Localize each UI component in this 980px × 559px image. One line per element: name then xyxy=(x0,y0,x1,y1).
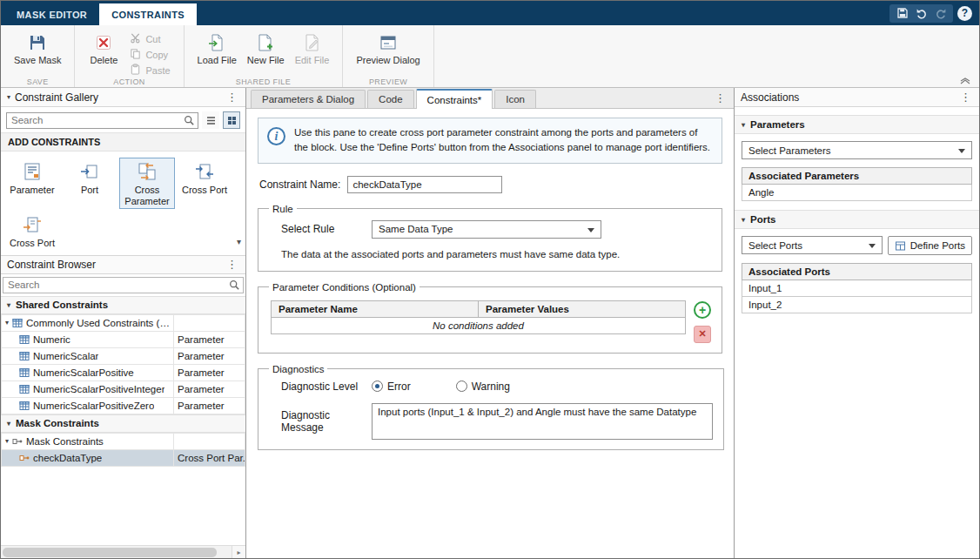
kebab-menu-icon[interactable]: ⋮ xyxy=(711,91,729,104)
table-row[interactable]: Input_2 xyxy=(742,297,972,313)
constraint-gallery-title: Constraint Gallery xyxy=(15,91,98,104)
browser-searchbox xyxy=(3,277,244,293)
associations-title: Associations xyxy=(741,91,799,104)
tab-code[interactable]: Code xyxy=(367,90,414,108)
delete-condition-button[interactable]: ✕ xyxy=(694,326,711,343)
paste-button[interactable]: Paste xyxy=(127,64,172,77)
tab-mask-editor[interactable]: MASK EDITOR xyxy=(4,3,99,25)
constraint-icon xyxy=(19,384,30,394)
tab-constraints[interactable]: CONSTRAINTS xyxy=(99,3,197,25)
chevron-down-icon xyxy=(958,149,965,153)
diagnostic-message-row: Diagnostic Message Input ports (Input_1 … xyxy=(269,403,713,440)
gallery-item-cross-port-parameter[interactable]: Cross Port xyxy=(4,211,60,252)
quick-access-toolbar: ? xyxy=(883,1,979,25)
gallery-item-label: Cross Port xyxy=(10,238,55,249)
radio-dot-icon xyxy=(372,381,383,392)
help-icon[interactable]: ? xyxy=(957,6,972,21)
ribbon-group-preview: Preview Dialog PREVIEW xyxy=(343,25,433,87)
tree-row[interactable]: NumericScalarPositiveInteger Parameter xyxy=(2,381,245,397)
tree-row-selected[interactable]: checkDataType Cross Port Par... xyxy=(2,449,245,466)
diagnostic-message-input[interactable]: Input ports (Input_1 & Input_2) and Angl… xyxy=(372,403,713,440)
tree-row[interactable]: NumericScalarPositiveZero Parameter xyxy=(2,397,245,414)
gallery-item-label: Port xyxy=(81,185,98,196)
mask-constraints-label: Mask Constraints xyxy=(16,418,99,428)
delete-button[interactable]: Delete xyxy=(83,29,124,67)
redo-icon[interactable] xyxy=(932,6,949,21)
ports-section-header[interactable]: ▾ Ports xyxy=(735,210,979,229)
constraint-gallery-header[interactable]: ▾ Constraint Gallery ⋮ xyxy=(1,88,245,107)
diagnostic-level-row: Diagnostic Level Error Warning xyxy=(269,381,713,393)
load-file-button[interactable]: Load File xyxy=(192,29,242,67)
scroll-right-icon[interactable]: ▸ xyxy=(232,546,245,558)
quick-access-group xyxy=(889,4,953,23)
error-radio-label: Error xyxy=(387,381,411,393)
gallery-item-cross-port[interactable]: Cross Port xyxy=(177,158,232,209)
cut-button[interactable]: Cut xyxy=(127,32,172,45)
collapse-ribbon-icon[interactable] xyxy=(959,76,971,84)
conditions-wrap: Parameter Name Parameter Values No condi… xyxy=(271,300,711,343)
browser-search-input[interactable] xyxy=(3,278,243,293)
paste-icon xyxy=(130,64,141,77)
save-mask-button[interactable]: Save Mask xyxy=(9,29,66,67)
info-box: i Use this pane to create cross port par… xyxy=(258,118,722,164)
tree-row[interactable]: NumericScalarPositive Parameter xyxy=(2,364,245,381)
add-condition-button[interactable]: + xyxy=(694,301,711,319)
constraint-icon xyxy=(19,401,30,411)
select-rule-dropdown[interactable]: Same Data Type xyxy=(372,220,601,239)
undo-icon[interactable] xyxy=(913,6,930,21)
mask-constraints-section[interactable]: ▾ Mask Constraints xyxy=(1,414,245,433)
shared-constraints-section[interactable]: ▾ Shared Constraints xyxy=(1,296,245,314)
triangle-down-icon: ▾ xyxy=(742,121,745,129)
select-rule-label: Select Rule xyxy=(269,223,363,235)
triangle-down-icon: ▾ xyxy=(5,319,9,327)
ports-section-body: Select Ports Define Ports Associated Por… xyxy=(735,229,979,317)
tab-constraints-pane[interactable]: Constraints* xyxy=(416,89,493,109)
select-parameters-dropdown[interactable]: Select Parameters xyxy=(742,141,972,159)
tree-row[interactable]: Numeric Parameter xyxy=(2,331,245,347)
diagnostic-message-label: Diagnostic Message xyxy=(269,409,363,434)
scrollbar-thumb[interactable] xyxy=(3,548,217,557)
load-file-icon xyxy=(206,32,227,53)
preview-dialog-button[interactable]: Preview Dialog xyxy=(351,29,425,67)
load-file-label: Load File xyxy=(198,55,237,65)
constraint-icon xyxy=(19,351,30,361)
warning-radio[interactable]: Warning xyxy=(456,381,510,393)
define-ports-button[interactable]: Define Ports xyxy=(888,236,972,255)
group-label-shared-file: SHARED FILE xyxy=(185,77,343,86)
table-row[interactable]: Input_1 xyxy=(742,280,972,297)
grid-view-button[interactable] xyxy=(223,111,240,129)
select-parameters-value: Select Parameters xyxy=(748,145,831,156)
kebab-menu-icon[interactable]: ⋮ xyxy=(958,91,973,103)
gallery-search-input[interactable] xyxy=(7,113,198,128)
cut-icon xyxy=(130,32,141,45)
diagnostic-level-label: Diagnostic Level xyxy=(269,381,363,393)
horizontal-scrollbar[interactable]: ▸ xyxy=(1,545,245,558)
edit-file-button[interactable]: Edit File xyxy=(290,29,335,67)
ports-section-label: Ports xyxy=(750,214,775,225)
tree-row[interactable]: NumericScalar Parameter xyxy=(2,347,245,364)
new-file-button[interactable]: New File xyxy=(242,29,290,67)
associated-ports-header: Associated Ports xyxy=(742,264,972,280)
constraint-type: Parameter xyxy=(174,397,245,414)
gallery-expand-icon[interactable]: ▾ xyxy=(237,237,241,246)
parameters-section-header[interactable]: ▾ Parameters xyxy=(735,115,979,134)
gallery-item-parameter[interactable]: Parameter xyxy=(4,158,60,209)
gallery-item-port[interactable]: Port xyxy=(62,158,117,209)
list-view-button[interactable] xyxy=(202,111,219,129)
select-ports-dropdown[interactable]: Select Ports xyxy=(742,236,883,254)
tab-parameters-dialog[interactable]: Parameters & Dialog xyxy=(251,90,366,108)
error-radio[interactable]: Error xyxy=(372,381,411,393)
cut-label: Cut xyxy=(145,34,160,44)
gallery-item-cross-parameter[interactable]: Cross Parameter xyxy=(119,158,175,209)
kebab-menu-icon[interactable]: ⋮ xyxy=(225,91,239,103)
table-row[interactable]: Angle xyxy=(742,185,972,201)
constraint-name-input[interactable] xyxy=(347,176,502,193)
tab-icon[interactable]: Icon xyxy=(494,90,536,108)
tree-row-root[interactable]: ▾ Mask Constraints xyxy=(2,433,245,449)
define-ports-icon xyxy=(895,240,906,252)
copy-button[interactable]: Copy xyxy=(127,48,172,61)
constraint-browser-header[interactable]: Constraint Browser ⋮ xyxy=(1,255,245,274)
tree-row-root[interactable]: ▾ Commonly Used Constraints (R... xyxy=(2,314,245,331)
save-icon[interactable] xyxy=(894,6,910,21)
kebab-menu-icon[interactable]: ⋮ xyxy=(225,259,239,270)
